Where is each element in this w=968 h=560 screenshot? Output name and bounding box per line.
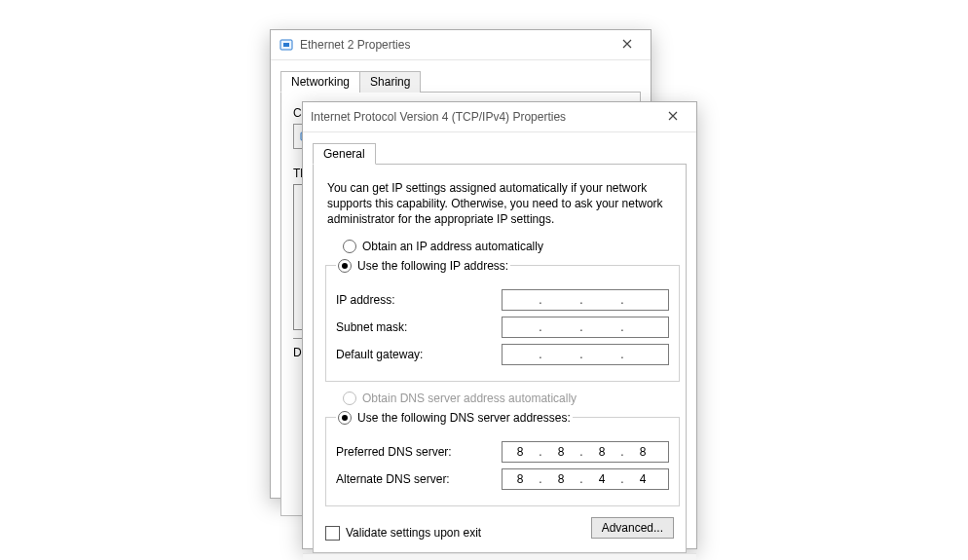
group-ip-manual: Use the following IP address: IP address… [325,256,680,382]
ipv4-close-button[interactable] [653,103,692,131]
radio-ip-auto[interactable]: Obtain an IP address automatically [343,240,674,253]
radio-dns-auto-label: Obtain DNS server address automatically [362,392,577,405]
tab-general[interactable]: General [313,143,376,165]
group-dns-manual: Use the following DNS server addresses: … [325,408,680,506]
ip-octet[interactable] [543,348,578,361]
close-icon [622,38,632,52]
checkbox-icon [325,526,340,541]
ipv4-tabstrip: General [313,142,687,165]
ip-octet[interactable] [543,472,578,486]
close-icon [668,110,678,124]
ipv4-title: Internet Protocol Version 4 (TCP/IPv4) P… [311,110,653,124]
label-alternate-dns: Alternate DNS server: [336,472,502,486]
input-preferred-dns[interactable]: . . . [502,441,669,463]
ip-octet[interactable] [584,445,619,459]
ethernet-close-button[interactable] [608,31,647,58]
radio-icon [338,259,352,273]
ip-octet[interactable] [625,320,660,334]
ethernet-title: Ethernet 2 Properties [300,38,608,52]
ipv4-properties-dialog: Internet Protocol Version 4 (TCP/IPv4) P… [302,101,697,549]
checkbox-validate-on-exit[interactable]: Validate settings upon exit [325,526,481,541]
radio-ip-auto-label: Obtain an IP address automatically [362,240,543,253]
label-subnet-mask: Subnet mask: [336,320,502,334]
radio-dns-manual[interactable]: Use the following DNS server addresses: [338,411,571,425]
ipv4-description: You can get IP settings assigned automat… [327,180,672,228]
ethernet-titlebar: Ethernet 2 Properties [271,30,651,60]
ipv4-buttonbar: OK Cancel [303,553,696,560]
ethernet-icon [279,37,294,53]
tab-sharing[interactable]: Sharing [359,71,421,93]
ip-octet[interactable] [503,293,538,307]
ipv4-titlebar: Internet Protocol Version 4 (TCP/IPv4) P… [303,102,696,132]
ip-octet[interactable] [625,348,660,361]
ip-octet[interactable] [584,348,619,361]
label-default-gateway: Default gateway: [336,348,502,361]
input-default-gateway[interactable]: . . . [502,344,669,365]
ip-octet[interactable] [625,445,660,459]
radio-icon [338,411,352,425]
svg-rect-1 [283,43,289,47]
ip-octet[interactable] [625,293,660,307]
tab-networking[interactable]: Networking [280,71,360,93]
input-alternate-dns[interactable]: . . . [502,468,669,490]
radio-ip-manual-label: Use the following IP address: [357,259,508,273]
label-preferred-dns: Preferred DNS server: [336,445,502,459]
input-ip-address[interactable]: . . . [502,289,669,311]
radio-ip-manual[interactable]: Use the following IP address: [338,259,508,273]
label-ip-address: IP address: [336,293,502,307]
input-subnet-mask[interactable]: . . . [502,317,669,338]
ip-octet[interactable] [584,293,619,307]
ethernet-tabstrip: Networking Sharing [280,70,641,93]
ip-octet[interactable] [584,320,619,334]
checkbox-validate-label: Validate settings upon exit [346,526,481,540]
ip-octet[interactable] [625,472,660,486]
radio-dns-auto: Obtain DNS server address automatically [343,392,674,405]
ip-octet[interactable] [543,445,578,459]
radio-icon [343,240,356,253]
radio-icon [343,392,356,405]
ip-octet[interactable] [503,320,538,334]
advanced-button[interactable]: Advanced... [591,517,674,539]
ip-octet[interactable] [503,445,538,459]
ip-octet[interactable] [584,472,619,486]
radio-dns-manual-label: Use the following DNS server addresses: [357,411,571,425]
ip-octet[interactable] [543,320,578,334]
ip-octet[interactable] [543,293,578,307]
ip-octet[interactable] [503,472,538,486]
ip-octet[interactable] [503,348,538,361]
